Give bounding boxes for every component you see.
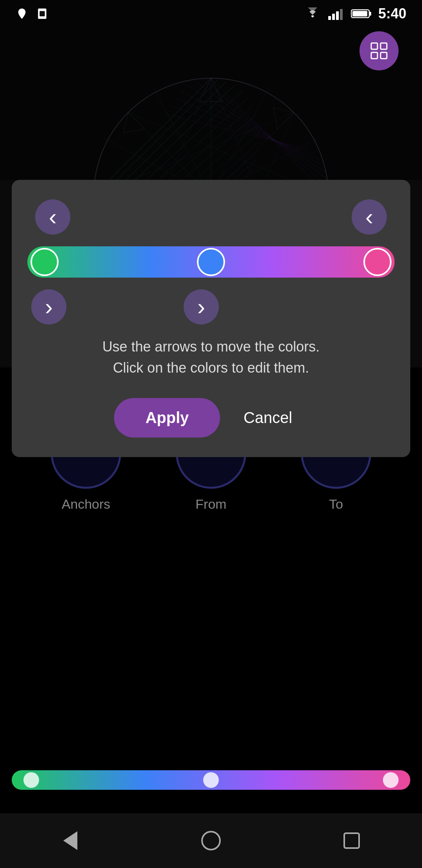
svg-rect-62	[371, 52, 377, 59]
chevron-right-icon-1	[45, 295, 53, 319]
status-right-icons: 5:40	[304, 5, 406, 22]
svg-rect-63	[381, 52, 387, 59]
status-time: 5:40	[378, 5, 406, 22]
instruction-line-1: Use the arrows to move the colors.	[27, 336, 395, 357]
battery-icon	[351, 8, 372, 20]
apply-button[interactable]: Apply	[114, 398, 220, 438]
dialog-buttons: Apply Cancel	[27, 398, 395, 438]
instruction-line-2: Click on the colors to edit them.	[27, 357, 395, 378]
recents-nav-button[interactable]	[338, 827, 365, 854]
prev-color-button-right[interactable]	[352, 199, 387, 235]
slider-thumb-blue[interactable]	[197, 248, 225, 276]
home-icon	[201, 831, 221, 850]
location-icon	[16, 7, 28, 20]
gradient-slider[interactable]	[27, 246, 395, 278]
gradient-track	[27, 246, 395, 278]
system-nav	[0, 813, 422, 868]
wifi-icon	[304, 7, 321, 20]
svg-rect-67	[328, 16, 331, 20]
svg-rect-66	[39, 11, 45, 16]
bottom-thumb-1[interactable]	[23, 772, 39, 788]
slider-thumb-pink[interactable]	[363, 248, 392, 276]
bottom-thumb-3[interactable]	[383, 772, 399, 788]
status-left-icons	[16, 7, 48, 20]
svg-rect-70	[340, 9, 343, 20]
bottom-thumb-2[interactable]	[203, 772, 219, 788]
back-icon	[63, 831, 77, 850]
bottom-nav-arrows	[27, 289, 395, 325]
back-nav-button[interactable]	[57, 827, 84, 854]
top-nav-arrows	[27, 199, 395, 235]
recents-icon	[343, 832, 360, 849]
chevron-right-icon-2	[197, 295, 205, 319]
signal-icon	[327, 7, 345, 20]
svg-rect-68	[332, 14, 335, 20]
cancel-button[interactable]: Cancel	[228, 398, 308, 438]
svg-rect-72	[369, 12, 371, 16]
from-label: From	[195, 497, 226, 512]
bottom-gradient-bar[interactable]	[12, 770, 410, 790]
instruction-text: Use the arrows to move the colors. Click…	[27, 336, 395, 378]
color-editor-dialog: Use the arrows to move the colors. Click…	[12, 180, 410, 457]
status-bar: 5:40	[0, 0, 422, 27]
next-color-button-center[interactable]	[184, 289, 219, 325]
next-color-button-left[interactable]	[31, 289, 66, 325]
home-nav-button[interactable]	[197, 827, 225, 854]
svg-rect-69	[336, 11, 339, 20]
svg-rect-60	[371, 43, 377, 49]
svg-rect-61	[381, 43, 387, 49]
svg-rect-73	[352, 11, 367, 16]
anchors-label: Anchors	[62, 497, 111, 512]
prev-color-button-left[interactable]	[35, 199, 70, 235]
slider-thumb-green[interactable]	[30, 248, 59, 276]
chevron-left-icon	[49, 205, 57, 229]
expand-button[interactable]	[359, 31, 399, 70]
to-label: To	[329, 497, 343, 512]
chevron-left-icon-2	[365, 205, 373, 229]
sim-icon	[36, 7, 48, 20]
